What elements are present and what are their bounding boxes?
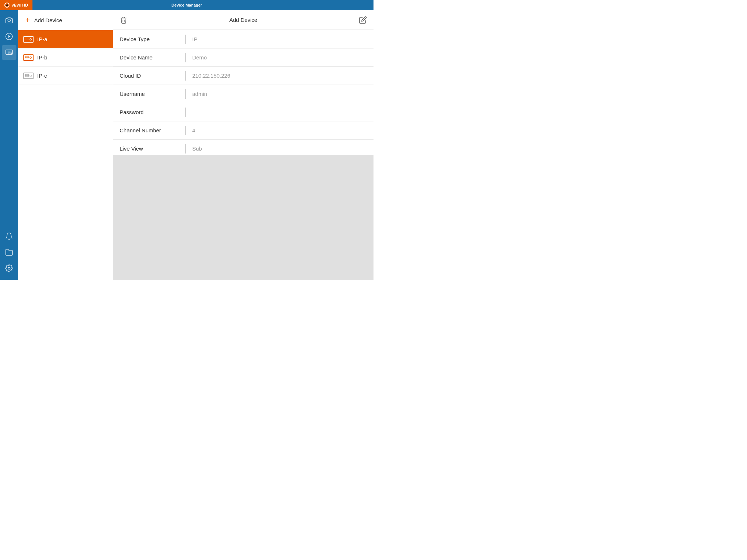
label-username: Username — [120, 91, 185, 97]
separator — [185, 108, 186, 117]
sidebar-item-notifications[interactable] — [2, 229, 16, 244]
sidebar-item-files[interactable] — [2, 245, 16, 260]
separator — [185, 35, 186, 44]
edit-button[interactable] — [359, 16, 367, 24]
sidebar-bottom — [2, 229, 16, 280]
detail-footer — [113, 155, 374, 280]
form-row-cloud-id: Cloud ID 210.22.150.226 — [113, 67, 374, 85]
app-logo: vEye HD — [0, 0, 32, 10]
device-name-ip-b: IP-b — [37, 54, 47, 61]
device-item-ip-c[interactable]: IP-c — [18, 67, 113, 85]
bell-icon — [5, 232, 13, 240]
value-live-view: Sub — [192, 145, 202, 152]
label-device-type: Device Type — [120, 36, 185, 42]
main-layout: + Add Device — [0, 10, 374, 280]
separator — [185, 126, 186, 135]
value-device-type: IP — [192, 36, 197, 42]
label-cloud-id: Cloud ID — [120, 73, 185, 79]
camera-icon — [5, 16, 13, 24]
label-live-view: Live View — [120, 145, 185, 152]
form-row-device-type: Device Type IP — [113, 30, 374, 48]
separator — [185, 144, 186, 153]
svg-point-7 — [11, 52, 12, 54]
svg-point-0 — [8, 19, 10, 22]
detail-header-left — [120, 16, 128, 24]
value-device-name: Demo — [192, 54, 207, 61]
label-channel-number: Channel Number — [120, 127, 185, 133]
sidebar-item-camera[interactable] — [2, 13, 16, 28]
value-channel-number: 4 — [192, 127, 195, 133]
label-password: Password — [120, 109, 185, 115]
trash-icon — [120, 16, 128, 24]
app-name: vEye HD — [12, 3, 28, 7]
logo-icon — [4, 3, 9, 8]
top-bar: vEye HD Device Manager — [0, 0, 374, 10]
device-name-ip-c: IP-c — [37, 73, 47, 79]
app-title: Device Manager — [171, 3, 202, 7]
plus-icon: + — [26, 16, 30, 24]
device-icon-ip-b — [23, 54, 34, 61]
value-cloud-id: 210.22.150.226 — [192, 73, 230, 79]
delete-button[interactable] — [120, 16, 128, 24]
detail-panel: Add Device Device Type IP Device Name De… — [113, 10, 374, 280]
sidebar-item-live[interactable] — [2, 29, 16, 44]
device-icon-ip-c — [23, 73, 34, 79]
sidebar-item-settings[interactable] — [2, 261, 16, 276]
sidebar-item-device-manager[interactable] — [2, 45, 16, 60]
settings-icon — [5, 264, 13, 272]
device-item-ip-a[interactable]: IP-a — [18, 30, 113, 48]
detail-header: Add Device — [113, 10, 374, 30]
svg-point-8 — [8, 267, 10, 269]
form-row-channel-number: Channel Number 4 — [113, 121, 374, 140]
form-row-live-view: Live View Sub — [113, 140, 374, 155]
device-icon-ip-a — [23, 36, 34, 43]
detail-title: Add Device — [128, 17, 359, 23]
add-device-label: Add Device — [34, 17, 62, 23]
form-row-password: Password — [113, 103, 374, 121]
sidebar — [0, 10, 18, 280]
svg-marker-2 — [8, 35, 11, 38]
device-list: IP-a — [18, 30, 113, 280]
form-rows: Device Type IP Device Name Demo Cloud ID… — [113, 30, 374, 155]
device-name-ip-a: IP-a — [37, 36, 47, 42]
add-device-button[interactable]: + Add Device — [18, 10, 113, 30]
label-device-name: Device Name — [120, 54, 185, 61]
folder-icon — [5, 248, 13, 256]
device-list-panel: + Add Device — [18, 10, 113, 280]
play-icon — [5, 32, 13, 40]
form-row-device-name: Device Name Demo — [113, 48, 374, 67]
value-username: admin — [192, 91, 207, 97]
device-item-ip-b[interactable]: IP-b — [18, 48, 113, 67]
device-manager-icon — [5, 48, 13, 57]
edit-icon — [359, 16, 367, 24]
separator — [185, 71, 186, 81]
separator — [185, 53, 186, 62]
separator — [185, 89, 186, 99]
form-row-username: Username admin — [113, 85, 374, 103]
